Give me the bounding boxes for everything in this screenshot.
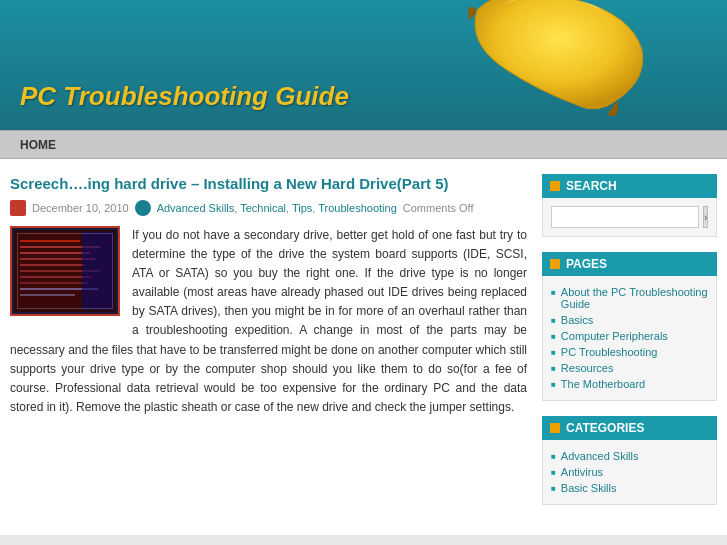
date-icon <box>10 200 26 216</box>
pages-widget-body: About the PC Troubleshooting Guide Basic… <box>542 276 717 401</box>
categories-icon <box>135 200 151 216</box>
svg-rect-2 <box>16 232 114 310</box>
search-widget-body: › <box>542 198 717 237</box>
post-title: Screech….ing hard drive – Installing a N… <box>10 174 527 194</box>
svg-rect-13 <box>82 232 114 310</box>
page-link-pc-troubleshooting[interactable]: PC Troubleshooting <box>561 346 658 358</box>
cat-link-antivirus[interactable]: Antivirus <box>561 466 603 478</box>
list-item: About the PC Troubleshooting Guide <box>551 284 708 312</box>
search-widget-title: SEARCH <box>542 174 717 198</box>
svg-rect-7 <box>20 264 85 266</box>
svg-rect-11 <box>20 288 98 290</box>
svg-rect-3 <box>20 240 80 242</box>
cat-link-advanced[interactable]: Advanced Skills <box>157 202 235 214</box>
pages-list: About the PC Troubleshooting Guide Basic… <box>551 284 708 392</box>
post-meta: December 10, 2010 Advanced Skills, Techn… <box>10 200 527 216</box>
cat-link-troubleshooting[interactable]: Troubleshooting <box>318 202 396 214</box>
search-input[interactable] <box>551 206 699 228</box>
categories-list: Advanced Skills Antivirus Basic Skills <box>551 448 708 496</box>
svg-rect-12 <box>20 294 75 296</box>
svg-rect-10 <box>20 282 88 284</box>
page-link-motherboard[interactable]: The Motherboard <box>561 378 645 390</box>
page-link-basics[interactable]: Basics <box>561 314 593 326</box>
list-item: Basic Skills <box>551 480 708 496</box>
svg-rect-4 <box>20 246 100 248</box>
categories-widget-title: CATEGORIES <box>542 416 717 440</box>
navigation: HOME <box>0 130 727 159</box>
search-widget-icon <box>550 181 560 191</box>
nav-home[interactable]: HOME <box>20 138 56 152</box>
post-categories: Advanced Skills, Technical, Tips, Troubl… <box>157 202 397 214</box>
list-item: Resources <box>551 360 708 376</box>
post-image <box>10 226 120 316</box>
post-date: December 10, 2010 <box>32 202 129 214</box>
site-header: PC Troubleshooting Guide <box>0 0 727 130</box>
list-item: Advanced Skills <box>551 448 708 464</box>
list-item: Basics <box>551 312 708 328</box>
list-item: The Motherboard <box>551 376 708 392</box>
pages-widget-title: PAGES <box>542 252 717 276</box>
list-item: Antivirus <box>551 464 708 480</box>
search-box: › <box>551 206 708 228</box>
svg-rect-9 <box>20 276 92 278</box>
search-button[interactable]: › <box>703 206 708 228</box>
svg-rect-1 <box>14 230 116 312</box>
pages-widget: PAGES About the PC Troubleshooting Guide… <box>542 252 717 401</box>
page-link-resources[interactable]: Resources <box>561 362 614 374</box>
svg-rect-0 <box>12 228 118 314</box>
cat-link-basic-skills[interactable]: Basic Skills <box>561 482 617 494</box>
page-wrapper: Screech….ing hard drive – Installing a N… <box>0 159 727 535</box>
main-content: Screech….ing hard drive – Installing a N… <box>10 174 527 520</box>
list-item: Computer Peripherals <box>551 328 708 344</box>
post-comments: Comments Off <box>403 202 474 214</box>
svg-rect-6 <box>20 258 95 260</box>
svg-rect-8 <box>20 270 100 272</box>
post-content: If you do not have a secondary drive, be… <box>10 226 527 418</box>
search-widget: SEARCH › <box>542 174 717 237</box>
categories-widget: CATEGORIES Advanced Skills Antivirus Bas… <box>542 416 717 505</box>
banana-decoration <box>447 0 647 120</box>
page-link-about[interactable]: About the PC Troubleshooting Guide <box>561 286 708 310</box>
page-link-peripherals[interactable]: Computer Peripherals <box>561 330 668 342</box>
cat-link-advanced-skills[interactable]: Advanced Skills <box>561 450 639 462</box>
sidebar: SEARCH › PAGES About the PC Troubleshoot… <box>542 174 717 520</box>
categories-widget-icon <box>550 423 560 433</box>
cat-link-tips[interactable]: Tips <box>292 202 312 214</box>
categories-widget-body: Advanced Skills Antivirus Basic Skills <box>542 440 717 505</box>
svg-rect-5 <box>20 252 90 254</box>
list-item: PC Troubleshooting <box>551 344 708 360</box>
pages-widget-icon <box>550 259 560 269</box>
cat-link-technical[interactable]: Technical <box>240 202 286 214</box>
site-title: PC Troubleshooting Guide <box>20 81 349 112</box>
